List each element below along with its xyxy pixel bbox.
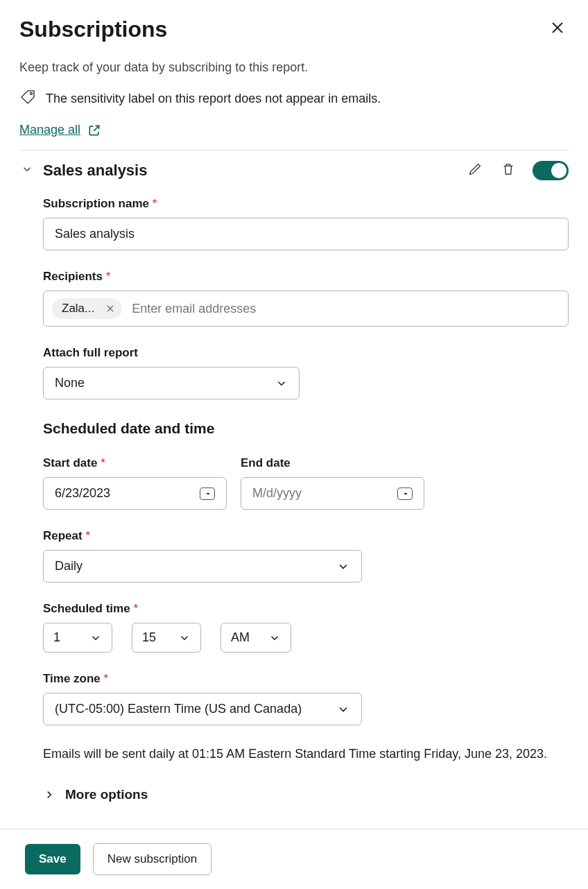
- recipients-label: Recipients *: [43, 270, 569, 284]
- tag-icon: [19, 89, 36, 109]
- schedule-heading: Scheduled date and time: [43, 420, 569, 437]
- start-date-value: 6/23/2023: [55, 486, 110, 501]
- external-link-icon: [87, 123, 101, 137]
- chevron-right-icon: [43, 788, 55, 801]
- repeat-value: Daily: [55, 559, 83, 573]
- scheduled-time-label: Scheduled time *: [43, 602, 569, 616]
- collapse-toggle[interactable]: [19, 162, 35, 179]
- chevron-down-icon: [336, 702, 350, 716]
- more-options-label: More options: [65, 787, 148, 802]
- timezone-value: (UTC-05:00) Eastern Time (US and Canada): [55, 702, 302, 716]
- start-date-label: Start date *: [43, 456, 227, 470]
- close-button[interactable]: [546, 17, 569, 41]
- minute-value: 15: [142, 630, 156, 645]
- start-date-input[interactable]: 6/23/2023 •••: [43, 477, 227, 510]
- page-subtitle: Keep track of your data by subscribing t…: [19, 60, 569, 75]
- repeat-select[interactable]: Daily: [43, 550, 362, 582]
- trash-icon: [501, 162, 516, 177]
- svg-point-2: [31, 93, 33, 95]
- chevron-down-icon: [21, 163, 33, 175]
- attach-label: Attach full report: [43, 346, 569, 360]
- attach-value: None: [55, 376, 85, 390]
- more-options-toggle[interactable]: More options: [43, 787, 148, 802]
- ampm-select[interactable]: AM: [220, 623, 291, 653]
- chevron-down-icon: [268, 632, 281, 644]
- chevron-down-icon: [89, 632, 102, 644]
- end-date-label: End date: [241, 456, 424, 470]
- recipients-input[interactable]: [132, 302, 560, 316]
- sensitivity-note: The sensitivity label on this report doe…: [46, 92, 381, 106]
- edit-button[interactable]: [466, 160, 484, 180]
- subscription-header-row: Sales analysis: [19, 150, 569, 190]
- recipients-input-container[interactable]: Zala...: [43, 291, 569, 327]
- subscription-name-input[interactable]: [43, 218, 569, 250]
- subscription-title: Sales analysis: [43, 162, 147, 180]
- attach-select[interactable]: None: [43, 367, 300, 399]
- close-icon: [549, 19, 566, 36]
- footer: Save New subscription: [0, 829, 588, 889]
- hour-value: 1: [53, 630, 60, 645]
- new-subscription-button[interactable]: New subscription: [93, 843, 211, 875]
- manage-all-label: Manage all: [19, 123, 80, 137]
- recipient-chip: Zala...: [52, 298, 122, 319]
- schedule-summary: Emails will be sent daily at 01:15 AM Ea…: [43, 745, 569, 763]
- delete-button[interactable]: [499, 160, 517, 180]
- close-icon: [105, 304, 115, 313]
- timezone-label: Time zone *: [43, 672, 569, 686]
- manage-all-link[interactable]: Manage all: [19, 123, 101, 137]
- hour-select[interactable]: 1: [43, 623, 112, 653]
- calendar-icon: •••: [200, 487, 215, 500]
- save-button[interactable]: Save: [25, 844, 80, 874]
- end-date-input[interactable]: M/d/yyyy •••: [241, 477, 424, 510]
- recipient-chip-label: Zala...: [62, 302, 94, 316]
- ampm-value: AM: [231, 630, 250, 645]
- end-date-placeholder: M/d/yyyy: [252, 486, 302, 501]
- timezone-select[interactable]: (UTC-05:00) Eastern Time (US and Canada): [43, 693, 362, 725]
- pencil-icon: [467, 162, 483, 177]
- calendar-icon: •••: [397, 487, 413, 500]
- chevron-down-icon: [275, 377, 288, 390]
- page-title: Subscriptions: [19, 17, 167, 42]
- chevron-down-icon: [336, 560, 350, 573]
- remove-recipient-button[interactable]: [105, 304, 115, 313]
- enable-toggle[interactable]: [533, 161, 569, 180]
- subscription-name-label: Subscription name *: [43, 197, 569, 211]
- chevron-down-icon: [178, 632, 191, 644]
- repeat-label: Repeat *: [43, 529, 569, 543]
- minute-select[interactable]: 15: [132, 623, 201, 653]
